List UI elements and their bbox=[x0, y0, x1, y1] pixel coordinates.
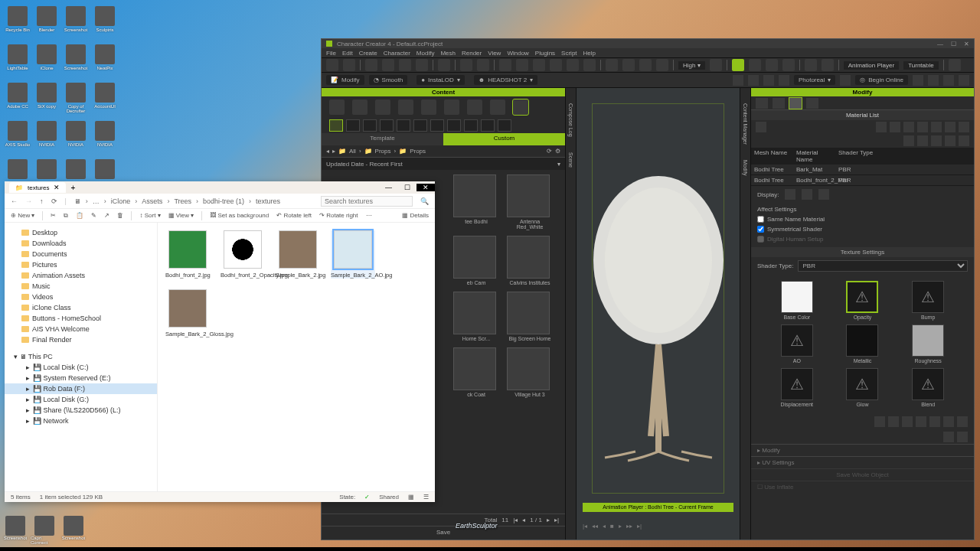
anim-player-dropdown[interactable]: Animation Player bbox=[844, 61, 899, 70]
details-button[interactable]: ▦ Details bbox=[402, 212, 429, 219]
close-tab-icon[interactable]: ✕ bbox=[54, 184, 60, 191]
slot[interactable] bbox=[380, 119, 394, 132]
menu-mesh[interactable]: Mesh bbox=[440, 50, 456, 57]
matlist-tool[interactable] bbox=[890, 122, 900, 132]
bc-root-icon[interactable]: 🖥 bbox=[74, 197, 81, 205]
slot[interactable] bbox=[498, 119, 511, 132]
sidebar-item[interactable]: Pictures bbox=[5, 259, 157, 270]
view-icon[interactable]: ▦ bbox=[408, 494, 414, 500]
section-uv[interactable]: ▸ UV Settings bbox=[751, 456, 974, 468]
menu-file[interactable]: File bbox=[326, 50, 336, 57]
share-icon[interactable]: ↗ bbox=[104, 212, 109, 219]
file-thumb[interactable]: Bodhi_front_2.jpg bbox=[165, 230, 210, 279]
menu-script[interactable]: Script bbox=[561, 50, 577, 57]
view-icon[interactable] bbox=[763, 75, 774, 86]
desktop-icon[interactable]: Screenshot bbox=[61, 6, 90, 44]
paste-icon[interactable]: 📋 bbox=[76, 212, 83, 219]
menu-window[interactable]: Window bbox=[507, 50, 528, 57]
matlist-tool[interactable] bbox=[931, 135, 942, 146]
texture-slot-opacity[interactable]: ⚠Opacity bbox=[832, 281, 893, 320]
sidebar-drive[interactable]: ▸ 💾 Local Disk (C:) bbox=[5, 362, 157, 373]
next-page-icon[interactable]: ▸ bbox=[547, 517, 550, 523]
display-mode[interactable] bbox=[818, 189, 829, 200]
sidebar-item[interactable]: iClone Class bbox=[5, 302, 157, 313]
desktop-icon[interactable]: AXIS Studio bbox=[3, 121, 32, 159]
smooth-btn[interactable]: ◔ Smooth bbox=[369, 75, 408, 85]
rotate-left-button[interactable]: ↶ Rotate left bbox=[276, 212, 312, 219]
prev-frame-icon[interactable]: ◂◂ bbox=[592, 523, 598, 530]
tool-icon[interactable] bbox=[805, 59, 817, 71]
scale-icon[interactable] bbox=[550, 59, 562, 71]
sidebar-item[interactable]: Desktop bbox=[5, 227, 157, 238]
view-icon[interactable] bbox=[779, 75, 789, 86]
chk-symmetrical[interactable]: Symmetrical Shader bbox=[757, 224, 968, 234]
mode-tab[interactable] bbox=[773, 98, 785, 109]
content-item[interactable]: Antenna Red_White bbox=[507, 174, 553, 230]
play-icon[interactable]: ◂ bbox=[603, 523, 606, 530]
sidebar-drive[interactable]: ▸ 💾 Rob Data (F:) bbox=[5, 383, 157, 394]
tool-icon[interactable] bbox=[567, 59, 579, 71]
sidebar-drive[interactable]: ▸ 💾 System Reserved (E:) bbox=[5, 373, 157, 383]
sidebar-item[interactable]: Videos bbox=[5, 292, 157, 302]
view-icon[interactable] bbox=[748, 75, 759, 86]
desktop-icon[interactable]: AccountUI bbox=[90, 83, 119, 121]
close-icon[interactable]: ✕ bbox=[964, 41, 969, 47]
texture-slot-metallic[interactable]: Metallic bbox=[832, 324, 893, 364]
mode-tab[interactable] bbox=[756, 98, 768, 109]
new-button[interactable]: ⊕ New ▾ bbox=[11, 212, 34, 219]
sidebar-item[interactable]: Animation Assets bbox=[5, 270, 157, 281]
sidebar-drive[interactable]: ▸ 💾 Share (\\LS220D566) (L:) bbox=[5, 405, 157, 416]
copy-icon[interactable]: ⧉ bbox=[64, 212, 68, 220]
matlist-tool[interactable] bbox=[959, 122, 969, 132]
tool-icon[interactable] bbox=[639, 59, 652, 71]
slot[interactable] bbox=[413, 119, 427, 132]
taskbar-icon[interactable]: Screenshot bbox=[2, 516, 29, 545]
tool-icon[interactable] bbox=[416, 59, 428, 71]
undo-icon[interactable] bbox=[460, 59, 472, 71]
taskbar-icon[interactable]: Capri Connect bbox=[31, 516, 58, 545]
chk-same-name[interactable]: Same Name Material bbox=[757, 214, 968, 224]
col-material[interactable]: Material Name bbox=[793, 148, 835, 165]
content-item[interactable]: Calvins Institutes bbox=[507, 236, 553, 285]
tool-icon[interactable] bbox=[399, 59, 411, 71]
tex-tool[interactable] bbox=[902, 416, 913, 427]
content-breadcrumb[interactable]: ◂▸ 📁All› 📁Props› 📁Props ⟳ ⚙ bbox=[322, 145, 565, 158]
texture-slot-roughness[interactable]: Roughness bbox=[897, 324, 959, 364]
cat-icon[interactable] bbox=[467, 99, 482, 115]
rename-icon[interactable]: ✎ bbox=[91, 212, 96, 219]
tab-content-manager[interactable]: Content Manager bbox=[743, 103, 748, 145]
file-thumb[interactable]: Bodhi_front_2_Opacity.jpg bbox=[220, 230, 265, 279]
sidebar-item[interactable]: Documents bbox=[5, 249, 157, 259]
content-item[interactable]: tee Bodhi bbox=[453, 174, 499, 230]
tool-icon[interactable] bbox=[583, 59, 596, 71]
menu-plugins[interactable]: Plugins bbox=[535, 50, 555, 57]
texture-slot-glow[interactable]: ⚠Glow bbox=[832, 368, 893, 407]
menu-render[interactable]: Render bbox=[462, 50, 482, 57]
3d-viewport[interactable]: Animation Player : Bodhi Tree - Current … bbox=[577, 88, 740, 540]
matlist-tool[interactable] bbox=[945, 122, 956, 132]
tool-icon[interactable] bbox=[343, 59, 355, 71]
sidebar-item[interactable]: Downloads bbox=[5, 238, 157, 249]
sort-button[interactable]: ↕ Sort ▾ bbox=[139, 212, 160, 219]
cat-icon[interactable] bbox=[375, 99, 390, 115]
view-icon[interactable] bbox=[840, 75, 851, 86]
file-thumb[interactable]: Sample_Bark_2_AO.jpg bbox=[331, 230, 375, 279]
tex-tool[interactable] bbox=[916, 416, 926, 427]
col-shader[interactable]: Shader Type bbox=[835, 148, 974, 165]
matlist-tool[interactable] bbox=[959, 135, 969, 146]
close-icon[interactable]: ✕ bbox=[416, 184, 435, 191]
file-thumb[interactable]: Sample_Bark_2_Gloss.jpg bbox=[165, 289, 210, 337]
desktop-icon[interactable]: NVIDIA bbox=[61, 121, 90, 159]
instalod-btn[interactable]: ● InstaLOD ▾ bbox=[416, 75, 465, 85]
view-icon[interactable] bbox=[943, 75, 954, 86]
menu-create[interactable]: Create bbox=[359, 50, 377, 57]
play-start-icon[interactable]: |◂ bbox=[583, 523, 587, 530]
desktop-icon[interactable]: Sculptris bbox=[90, 6, 119, 44]
view-icon[interactable] bbox=[913, 75, 923, 86]
last-page-icon[interactable]: ▸| bbox=[554, 517, 559, 523]
tab-template[interactable]: Template bbox=[322, 133, 443, 145]
minimize-icon[interactable]: — bbox=[379, 184, 398, 191]
texture-slot-bump[interactable]: ⚠Bump bbox=[897, 281, 959, 320]
tool-icon[interactable] bbox=[732, 59, 744, 71]
cat-icon[interactable] bbox=[329, 99, 345, 115]
